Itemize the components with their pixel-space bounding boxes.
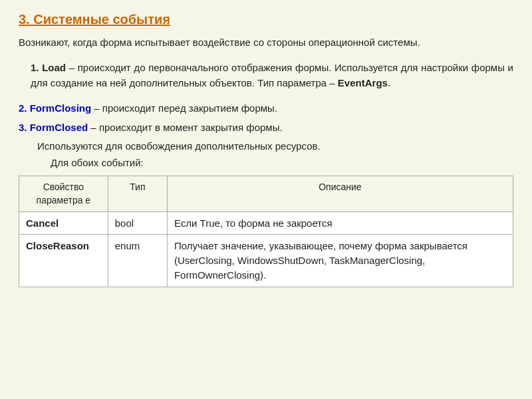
table-cell-desc: Если True, то форма не закроется: [167, 211, 513, 235]
table-cell-type: enum: [108, 235, 167, 287]
item-3-text: – происходит в момент закрытия формы.: [88, 122, 282, 133]
item-1-bold-end: EventArgs: [338, 77, 388, 88]
table-cell-desc: Получает значение, указывающее, почему ф…: [167, 235, 513, 287]
item-3-num: 3.: [19, 122, 27, 133]
item-1-num: 1.: [31, 62, 39, 73]
item-3-label: FormClosed: [30, 122, 88, 133]
item-1-label: Load: [42, 62, 66, 73]
page-title: 3. Системные события: [19, 12, 513, 27]
item-1-dash: –: [66, 62, 78, 73]
table-cell-prop: Cancel: [19, 211, 108, 235]
table-cell-type: bool: [108, 211, 167, 235]
item-1-text: происходит до первоначального отображени…: [31, 62, 513, 88]
for-both: Для обоих событий:: [51, 156, 513, 171]
item-1-text2: .: [388, 77, 390, 88]
table-row: CancelboolЕсли True, то форма не закроет…: [19, 211, 513, 235]
table-header-prop: Свойство параметра e: [19, 176, 108, 212]
item-3-row: 3. FormClosed – происходит в момент закр…: [19, 120, 513, 136]
table-cell-prop: CloseReason: [19, 235, 108, 287]
item-1-block: 1. Load – происходит до первоначального …: [31, 60, 513, 91]
item-2-num: 2.: [19, 102, 27, 114]
item-2-label: FormClosing: [30, 102, 92, 114]
item-2-row: 2. FormClosing – происходит перед закрыт…: [19, 101, 513, 116]
item-2-text: – происходит перед закрытием формы.: [91, 102, 277, 114]
uses-text: Используются для освобождения дополнител…: [37, 139, 513, 154]
events-table: Свойство параметра e Тип Описание Cancel…: [19, 176, 513, 287]
table-header-desc: Описание: [167, 176, 513, 212]
table-row: CloseReasonenumПолучает значение, указыв…: [19, 235, 513, 287]
table-header-type: Тип: [108, 176, 167, 212]
intro-paragraph: Возникают, когда форма испытывает воздей…: [19, 35, 513, 51]
